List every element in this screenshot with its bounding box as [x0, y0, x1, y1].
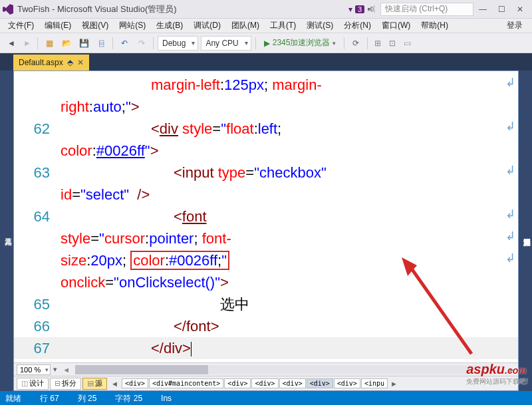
nav-forward-button[interactable]: ► [21, 36, 33, 51]
breadcrumb-item[interactable]: <div> [279, 378, 306, 388]
speaker-icon: 🕬 [367, 5, 375, 14]
vs-logo-icon [3, 4, 13, 15]
flag-icon: ▾ [348, 5, 352, 14]
horizontal-scrollbar[interactable] [75, 365, 503, 374]
window-title: TwoFish - Microsoft Visual Studio(管理员) [17, 3, 348, 15]
new-project-button[interactable]: ▦ [42, 36, 57, 51]
breadcrumb-item[interactable]: <div> [224, 378, 251, 388]
return-icon: ↲ [505, 162, 515, 180]
open-file-button[interactable]: 📂 [59, 36, 74, 51]
browser-link-button[interactable]: ⟳ [348, 36, 363, 51]
pin-icon[interactable]: ⬘ [67, 58, 73, 67]
menu-debug[interactable]: 调试(D) [188, 20, 226, 31]
menu-edit[interactable]: 编辑(E) [39, 20, 76, 31]
menu-tools[interactable]: 工具(T) [265, 20, 301, 31]
breadcrumb-item[interactable]: <div> [334, 378, 360, 388]
play-icon: ▶ [264, 39, 270, 48]
menu-view[interactable]: 视图(V) [76, 20, 114, 31]
view-design-button[interactable]: ◫设计 [17, 378, 49, 390]
editor-footer-bar: 100 % ▾ ◄ ► [14, 362, 518, 376]
menu-window[interactable]: 窗口(W) [376, 20, 416, 31]
zoom-combo[interactable]: 100 % [17, 364, 51, 375]
platform-combo[interactable]: Any CPU [201, 36, 251, 51]
menu-analyze[interactable]: 分析(N) [338, 20, 376, 31]
menu-website[interactable]: 网站(S) [114, 20, 151, 31]
workspace: 工具箱 margin-left:125px; margin-↲ right:au… [0, 70, 532, 391]
status-col: 列 25 [78, 393, 97, 404]
menu-build[interactable]: 生成(B) [151, 20, 188, 31]
undo-button[interactable]: ↶ [117, 36, 132, 51]
save-all-button[interactable]: ⌸ [94, 36, 108, 51]
minimize-button[interactable]: — [473, 1, 492, 17]
breadcrumb-item[interactable]: <div> [122, 378, 148, 388]
start-debug-button[interactable]: ▶ 2345加速浏览器 ▾ [260, 37, 340, 49]
tool-icon-3[interactable]: ▭ [401, 36, 413, 51]
maximize-button[interactable]: ☐ [492, 1, 511, 17]
redo-button[interactable]: ↷ [134, 36, 149, 51]
toolbar: ◄ ► ▦ 📂 💾 ⌸ ↶ ↷ Debug Any CPU ▶ 2345加速浏览… [0, 33, 532, 53]
return-icon: ↲ [505, 74, 515, 92]
return-icon: ↲ [505, 227, 515, 245]
menu-bar: 文件(F) 编辑(E) 视图(V) 网站(S) 生成(B) 调试(D) 团队(M… [0, 19, 532, 33]
config-combo[interactable]: Debug [158, 36, 198, 51]
scroll-right-icon[interactable]: ► [508, 366, 515, 374]
breadcrumb-item[interactable]: <div> [251, 378, 278, 388]
notification-area[interactable]: ▾ 3 🕬 [348, 5, 375, 14]
status-line: 行 67 [40, 393, 59, 404]
quick-launch-input[interactable]: 快速启动 (Ctrl+Q) [380, 3, 473, 16]
menu-help[interactable]: 帮助(H) [416, 20, 454, 31]
sign-in-link[interactable]: 登录 [500, 20, 529, 31]
view-mode-bar: ◫设计 ⊟拆分 ▤源 ◄ <div> <div#maincontent> <di… [14, 376, 518, 390]
status-char: 字符 25 [115, 393, 142, 404]
document-tabs: Default.aspx ⬘ ✕ [0, 53, 532, 70]
notification-count: 3 [355, 5, 364, 13]
tool-icon-2[interactable]: ⊡ [386, 36, 398, 51]
right-panel-tabs: 解决方案资源管理器 团队资源管理器 属性 [519, 70, 532, 391]
breadcrumb-item[interactable]: <inpu [361, 378, 388, 388]
menu-test[interactable]: 测试(S) [301, 20, 338, 31]
breadcrumb-item[interactable]: <div> [307, 378, 333, 388]
code-editor[interactable]: margin-left:125px; margin-↲ right:auto;"… [13, 70, 519, 391]
run-target-label: 2345加速浏览器 [273, 37, 331, 49]
crumb-right-icon[interactable]: ► [388, 380, 400, 388]
tab-default-aspx[interactable]: Default.aspx ⬘ ✕ [13, 55, 89, 70]
highlighted-code: color:#0026ff;" [130, 251, 229, 270]
return-icon: ↲ [505, 249, 515, 267]
solution-explorer-tab[interactable]: 解决方案资源管理器 [522, 74, 532, 391]
return-icon: ↲ [505, 118, 515, 136]
menu-file[interactable]: 文件(F) [3, 20, 39, 31]
scroll-left-icon[interactable]: ◄ [63, 366, 70, 374]
view-source-button[interactable]: ▤源 [82, 378, 107, 390]
toolbox-panel-tab[interactable]: 工具箱 [0, 70, 13, 391]
tab-close-icon[interactable]: ✕ [77, 58, 84, 67]
title-bar: TwoFish - Microsoft Visual Studio(管理员) ▾… [0, 0, 532, 19]
status-ready: 就绪 [5, 393, 21, 404]
tab-label: Default.aspx [19, 58, 63, 67]
status-ins: Ins [161, 394, 172, 403]
crumb-left-icon[interactable]: ◄ [108, 380, 121, 388]
status-bar: 就绪 行 67 列 25 字符 25 Ins [0, 391, 532, 405]
close-button[interactable]: ✕ [511, 1, 529, 17]
save-button[interactable]: 💾 [76, 36, 91, 51]
return-icon: ↲ [505, 205, 515, 223]
menu-team[interactable]: 团队(M) [226, 20, 265, 31]
tool-icon-1[interactable]: ⊞ [372, 36, 384, 51]
breadcrumb-item[interactable]: <div#maincontent> [149, 378, 223, 388]
nav-back-button[interactable]: ◄ [4, 36, 19, 51]
view-split-button[interactable]: ⊟拆分 [50, 378, 81, 390]
